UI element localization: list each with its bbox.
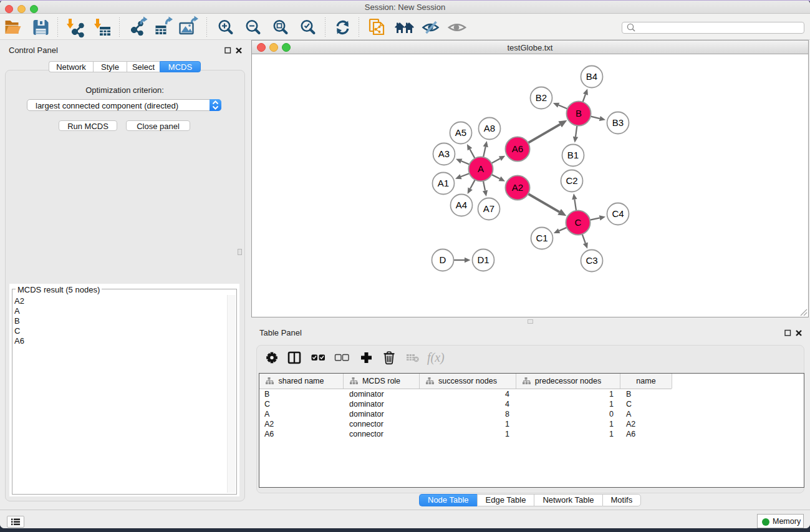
svg-text:C2: C2: [566, 175, 577, 186]
svg-text:B: B: [576, 108, 582, 118]
svg-text:D: D: [440, 254, 446, 265]
svg-text:A2: A2: [512, 182, 523, 193]
svg-text:A5: A5: [455, 127, 466, 138]
svg-text:A: A: [478, 163, 484, 174]
svg-text:B2: B2: [536, 92, 547, 103]
svg-text:B3: B3: [612, 117, 624, 128]
svg-text:C4: C4: [612, 208, 624, 219]
svg-text:A6: A6: [512, 143, 523, 154]
svg-text:A4: A4: [456, 200, 467, 210]
svg-text:C3: C3: [586, 255, 597, 266]
svg-text:C: C: [575, 217, 582, 228]
svg-text:f(x): f(x): [427, 351, 445, 365]
svg-text:A3: A3: [438, 148, 450, 159]
svg-text:A7: A7: [483, 203, 494, 214]
svg-text:D1: D1: [477, 254, 489, 265]
svg-text:B4: B4: [586, 71, 597, 82]
svg-text:B1: B1: [567, 150, 579, 160]
svg-text:A8: A8: [484, 123, 495, 133]
svg-text:A1: A1: [438, 178, 449, 188]
svg-text:C1: C1: [536, 233, 547, 243]
